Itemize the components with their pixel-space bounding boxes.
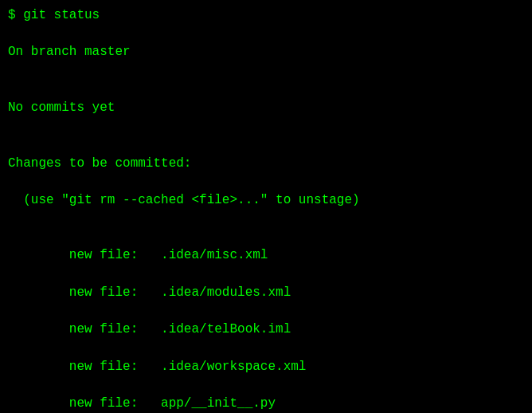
terminal-line: new file: .idea/telBook.iml — [8, 321, 524, 339]
terminal-line: new file: .idea/workspace.xml — [8, 358, 524, 376]
terminal-line: new file: .idea/misc.xml — [8, 246, 524, 265]
terminal-line: new file: .idea/modules.xml — [8, 284, 524, 302]
terminal-line: No commits yet — [8, 99, 524, 117]
terminal-line: On branch master — [8, 43, 524, 61]
terminal-line: $ git status — [8, 6, 524, 25]
terminal-output: $ git status On branch master No commits… — [8, 6, 524, 413]
terminal-line: Changes to be committed: — [8, 155, 524, 173]
terminal-line: new file: app/__init__.py — [8, 395, 524, 413]
terminal-line: (use "git rm --cached <file>..." to unst… — [8, 191, 524, 210]
